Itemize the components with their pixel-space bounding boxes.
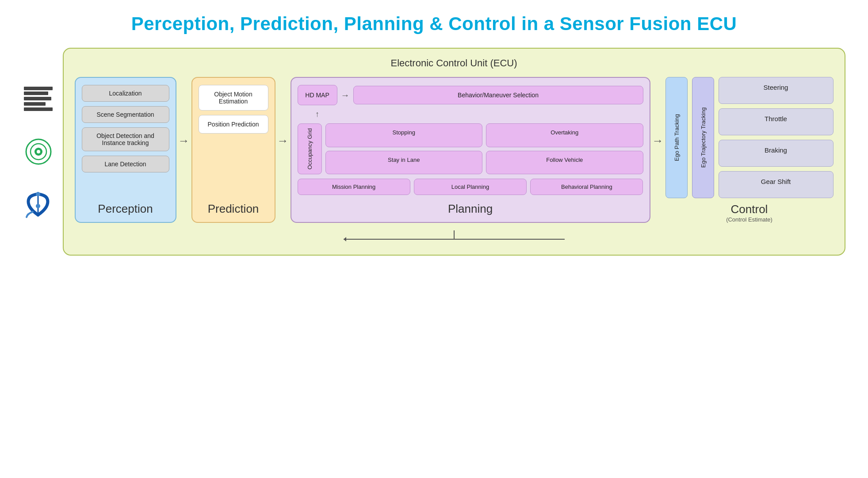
svg-point-5 [36, 204, 40, 208]
right-arrow-3: → [652, 134, 664, 148]
planning-bottom-row: Mission Planning Local Planning Behavior… [298, 179, 643, 195]
object-motion-box: Object Motion Estimation [199, 85, 268, 111]
perception-boxes: Localization Scene Segmentation Object D… [82, 85, 169, 172]
main-layout: Electronic Control Unit (ECU) Localizati… [23, 48, 845, 256]
prediction-boxes: Object Motion Estimation Position Predic… [199, 85, 268, 134]
feedback-arrow-area [75, 228, 834, 241]
control-sublabel: (Control Estimate) [665, 216, 834, 223]
control-label: Control [665, 203, 834, 216]
svg-point-4 [36, 192, 40, 196]
throttle-box: Throttle [719, 108, 834, 135]
camera-icon [23, 83, 54, 114]
lidar-icon [23, 136, 54, 167]
ecu-title: Electronic Control Unit (ECU) [75, 57, 834, 69]
control-outputs: Steering Throttle Braking Gear Shift [719, 77, 834, 198]
gear-shift-box: Gear Shift [719, 171, 834, 198]
planning-inner: HD MAP → Behavior/Maneuver Selection ↑ O… [298, 85, 643, 195]
local-planning-box: Local Planning [414, 179, 527, 195]
svg-marker-8 [344, 237, 346, 241]
mission-planning-box: Mission Planning [298, 179, 410, 195]
control-label-area: Control (Control Estimate) [665, 203, 834, 223]
right-arrow-1: → [178, 134, 190, 148]
ecu-container: Electronic Control Unit (ECU) Localizati… [63, 48, 845, 256]
ego-path-tracking-bar: Ego Path Tracking [665, 77, 688, 198]
planning-grid: Stopping Overtaking Stay in Lane Follow … [325, 123, 643, 174]
arrow-prediction-planning: → [275, 77, 291, 204]
sensor-icons-panel [23, 83, 54, 220]
right-arrow-2: → [277, 134, 289, 148]
behavioral-planning-box: Behavioral Planning [530, 179, 643, 195]
control-section: Ego Path Tracking Ego Trajectory Trackin… [665, 77, 834, 223]
scene-segmentation-box: Scene Segmentation [82, 106, 169, 123]
perception-label: Perception [98, 202, 153, 216]
occupancy-grid-box: Occupancy Grid [298, 123, 322, 174]
braking-box: Braking [719, 140, 834, 167]
follow-vehicle-box: Follow Vehicle [486, 151, 643, 175]
svg-point-3 [37, 150, 40, 153]
page-title: Perception, Prediction, Planning & Contr… [131, 13, 737, 34]
stay-in-lane-box: Stay in Lane [325, 151, 483, 175]
overtaking-box: Overtaking [486, 123, 643, 147]
stopping-box: Stopping [325, 123, 483, 147]
prediction-label: Prediction [208, 202, 259, 216]
control-top-row: Ego Path Tracking Ego Trajectory Trackin… [665, 77, 834, 198]
perception-section: Localization Scene Segmentation Object D… [75, 77, 176, 223]
arrow-perception-prediction: → [176, 77, 191, 204]
prediction-section: Object Motion Estimation Position Predic… [191, 77, 275, 223]
lane-detection-box: Lane Detection [82, 156, 169, 172]
arrow-planning-control: → [650, 77, 665, 204]
ego-trajectory-tracking-bar: Ego Trajectory Tracking [692, 77, 714, 198]
steering-box: Steering [719, 77, 834, 104]
behavior-maneuver-box: Behavior/Maneuver Selection [353, 86, 643, 104]
planning-section: HD MAP → Behavior/Maneuver Selection ↑ O… [291, 77, 650, 223]
radar-icon [23, 189, 54, 220]
planning-label: Planning [448, 202, 493, 216]
hd-map-box: HD MAP [298, 85, 337, 105]
planning-mid-row: Occupancy Grid Stopping Overtaking Stay … [298, 123, 643, 174]
planning-top-row: HD MAP → Behavior/Maneuver Selection [298, 85, 643, 105]
sections-row: Localization Scene Segmentation Object D… [75, 77, 834, 223]
localization-box: Localization [82, 85, 169, 102]
object-detection-box: Object Detection and Instance tracking [82, 127, 169, 151]
hd-to-behavior-arrow: → [341, 90, 350, 100]
position-prediction-box: Position Prediction [199, 115, 268, 134]
